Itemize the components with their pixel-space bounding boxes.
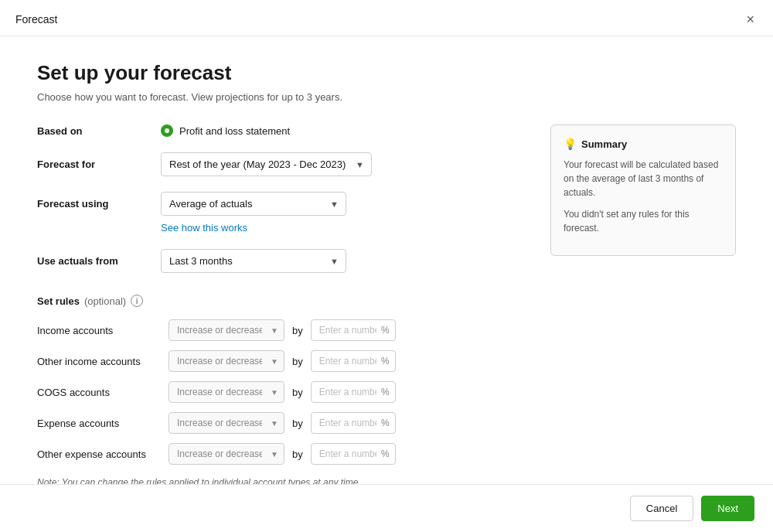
income-accounts-label: Income accounts: [37, 325, 161, 336]
cancel-button[interactable]: Cancel: [630, 496, 693, 521]
forecast-for-select[interactable]: Rest of the year (May 2023 - Dec 2023) N…: [161, 152, 372, 176]
other-income-rule-select-wrapper: Increase or decrease Increase by Decreas…: [169, 350, 284, 372]
forecast-for-row: Forecast for Rest of the year (May 2023 …: [37, 152, 526, 176]
income-by-label: by: [292, 325, 303, 336]
forecast-for-label: Forecast for: [37, 159, 161, 170]
other-expense-rule-select-wrapper: Increase or decrease Increase by Decreas…: [169, 443, 284, 465]
based-on-label: Based on: [37, 125, 161, 137]
other-income-by-label: by: [292, 356, 303, 367]
modal-footer: Cancel Next: [0, 484, 773, 532]
rule-row-cogs: COGS accounts Increase or decrease Incre…: [37, 381, 526, 403]
cogs-number-input[interactable]: [311, 381, 396, 403]
other-expense-number-input[interactable]: [311, 443, 396, 465]
other-expense-accounts-label: Other expense accounts: [37, 448, 161, 460]
modal-body: Set up your forecast Choose how you want…: [0, 36, 773, 484]
rules-section: Set rules (optional) i Income accounts I…: [37, 295, 526, 484]
cogs-rule-select-wrapper: Increase or decrease Increase by Decreas…: [169, 381, 284, 403]
use-actuals-label: Use actuals from: [37, 255, 161, 267]
rules-note: Note: You can change the rules applied t…: [37, 477, 526, 484]
other-expense-rule-select[interactable]: Increase or decrease Increase by Decreas…: [169, 443, 284, 465]
main-content: Based on Profit and loss statement Forec…: [37, 124, 736, 484]
based-on-radio-group: Profit and loss statement: [161, 124, 290, 137]
close-button[interactable]: ×: [743, 11, 758, 28]
expense-input-wrapper: %: [311, 412, 396, 434]
modal-header: Forecast ×: [0, 0, 773, 36]
summary-lightbulb-icon: 💡: [564, 138, 577, 150]
use-actuals-select-wrapper: Last 3 months Last 6 months Last 12 mont…: [161, 249, 346, 273]
see-how-link[interactable]: See how this works: [161, 222, 526, 234]
use-actuals-row: Use actuals from Last 3 months Last 6 mo…: [37, 249, 526, 273]
income-input-wrapper: %: [311, 319, 396, 341]
forecast-using-row: Forecast using Average of actuals Manual…: [37, 192, 526, 216]
profit-loss-label: Profit and loss statement: [179, 125, 290, 137]
cogs-by-label: by: [292, 387, 303, 398]
income-rule-select-wrapper: Increase or decrease Increase by Decreas…: [169, 319, 284, 341]
forecast-using-label: Forecast using: [37, 198, 161, 210]
summary-title-text: Summary: [581, 138, 627, 150]
other-income-input-wrapper: %: [311, 350, 396, 372]
other-expense-input-wrapper: %: [311, 443, 396, 465]
modal-container: Forecast × Set up your forecast Choose h…: [0, 0, 773, 532]
expense-rule-select[interactable]: Increase or decrease Increase by Decreas…: [169, 412, 284, 434]
other-income-rule-select[interactable]: Increase or decrease Increase by Decreas…: [169, 350, 284, 372]
other-expense-by-label: by: [292, 448, 303, 460]
forecast-for-select-wrapper: Rest of the year (May 2023 - Dec 2023) N…: [161, 152, 372, 176]
rules-header: Set rules (optional) i: [37, 295, 526, 307]
income-rule-select[interactable]: Increase or decrease Increase by Decreas…: [169, 319, 284, 341]
rules-info-icon[interactable]: i: [131, 295, 143, 307]
form-section: Based on Profit and loss statement Forec…: [37, 124, 526, 484]
rule-row-expense: Expense accounts Increase or decrease In…: [37, 412, 526, 434]
other-income-accounts-label: Other income accounts: [37, 356, 161, 367]
summary-title: 💡 Summary: [564, 138, 723, 150]
summary-text-2: You didn't set any rules for this foreca…: [564, 207, 723, 235]
page-title: Set up your forecast: [37, 61, 736, 85]
rule-row-other-expense: Other expense accounts Increase or decre…: [37, 443, 526, 465]
use-actuals-select[interactable]: Last 3 months Last 6 months Last 12 mont…: [161, 249, 346, 273]
expense-accounts-label: Expense accounts: [37, 418, 161, 429]
next-button[interactable]: Next: [701, 496, 754, 521]
cogs-accounts-label: COGS accounts: [37, 387, 161, 398]
modal-title: Forecast: [15, 13, 57, 26]
income-number-input[interactable]: [311, 319, 396, 341]
rule-row-other-income: Other income accounts Increase or decrea…: [37, 350, 526, 372]
cogs-rule-select[interactable]: Increase or decrease Increase by Decreas…: [169, 381, 284, 403]
expense-rule-select-wrapper: Increase or decrease Increase by Decreas…: [169, 412, 284, 434]
rules-title: Set rules: [37, 295, 80, 307]
forecast-using-select-wrapper: Average of actuals Manual entry ▼: [161, 192, 346, 216]
rule-row-income: Income accounts Increase or decrease Inc…: [37, 319, 526, 341]
summary-box: 💡 Summary Your forecast will be calculat…: [550, 124, 736, 256]
profit-loss-radio[interactable]: [161, 124, 173, 137]
forecast-using-select[interactable]: Average of actuals Manual entry: [161, 192, 346, 216]
expense-number-input[interactable]: [311, 412, 396, 434]
other-income-number-input[interactable]: [311, 350, 396, 372]
cogs-input-wrapper: %: [311, 381, 396, 403]
expense-by-label: by: [292, 418, 303, 429]
summary-text-1: Your forecast will be calculated based o…: [564, 158, 723, 200]
page-subtitle: Choose how you want to forecast. View pr…: [37, 91, 736, 103]
based-on-row: Based on Profit and loss statement: [37, 124, 526, 137]
rules-optional-label: (optional): [84, 295, 126, 307]
